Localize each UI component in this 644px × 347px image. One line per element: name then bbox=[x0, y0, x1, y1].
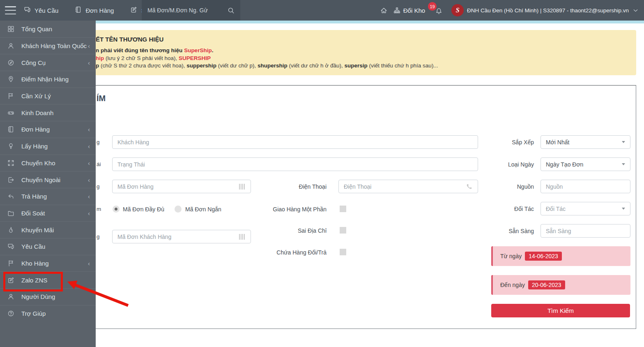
account-menu[interactable]: S ĐNH Cầu Đen (Hồ Chí Minh) | S320897 - … bbox=[451, 4, 639, 16]
chua-hang-doi-tra-checkbox[interactable] bbox=[340, 249, 346, 255]
caret-down-icon bbox=[622, 141, 625, 143]
sai-dia-chi-label: Sai Địa Chỉ bbox=[252, 227, 327, 234]
sidebar-item-label: Công Cụ bbox=[21, 59, 46, 66]
barcode-icon bbox=[239, 184, 246, 190]
chevron-left-icon: ‹ bbox=[88, 60, 90, 66]
sidebar-item-zalo-zns[interactable]: Zalo ZNS bbox=[0, 271, 96, 288]
caret-down-icon bbox=[622, 208, 625, 210]
giao-hang-mot-phan-label: Giao Hàng Một Phần bbox=[252, 206, 327, 213]
chevron-left-icon: ‹ bbox=[88, 143, 90, 149]
flag-icon bbox=[7, 93, 16, 99]
banner-line: n phải viết đúng tên thương hiệu SuperSh… bbox=[96, 47, 213, 53]
top-menu-don-hang[interactable]: Đơn Hàng bbox=[75, 6, 114, 14]
comments-icon bbox=[24, 6, 31, 14]
sidebar-item-can-xu-ly[interactable]: Cần Xử Lý bbox=[0, 88, 96, 104]
loai-ngay-label: Loại Ngày bbox=[486, 161, 534, 168]
den-ngay-datepicker[interactable]: Đến ngày 20-06-2023 bbox=[491, 275, 630, 295]
radio-ma-don-ngan-label[interactable]: Mã Đơn Ngắn bbox=[185, 206, 221, 213]
search-icon[interactable] bbox=[228, 7, 235, 14]
top-menu-yeu-cau[interactable]: Yêu Cầu bbox=[24, 6, 58, 14]
doi-kho-button[interactable]: Đổi Kho bbox=[393, 7, 425, 14]
topbar-search bbox=[142, 0, 240, 21]
sidebar-item-cong-cu[interactable]: Công Cụ‹ bbox=[0, 54, 96, 71]
sidebar-item-lay-hang[interactable]: Lấy Hàng‹ bbox=[0, 138, 96, 155]
sidebar-item-kinh-doanh[interactable]: Kinh Doanh bbox=[0, 104, 96, 121]
sidebar-item-label: Người Dùng bbox=[21, 293, 55, 300]
sidebar-item-diem-nhan-hang[interactable]: Điểm Nhận Hàng bbox=[0, 71, 96, 88]
khach-hang-input[interactable] bbox=[117, 139, 473, 146]
dien-thoai-label: Điện Thoại bbox=[268, 183, 327, 190]
edit-icon bbox=[130, 6, 137, 14]
nguon-label: Nguồn bbox=[486, 183, 534, 190]
barcode-icon bbox=[239, 234, 246, 240]
radio-ma-don-day-du[interactable] bbox=[113, 206, 120, 213]
dien-thoai-input[interactable] bbox=[344, 183, 466, 190]
chevron-left-icon: ‹ bbox=[88, 126, 90, 132]
sidebar-item-label: Trợ Giúp bbox=[21, 310, 46, 317]
sidebar-item-kho-hang[interactable]: Kho Hàng‹ bbox=[0, 255, 96, 272]
search-input[interactable] bbox=[147, 7, 228, 14]
sidebar-item-label: Tổng Quan bbox=[21, 25, 52, 32]
ma-don-hang-field[interactable] bbox=[112, 180, 251, 193]
sai-dia-chi-checkbox[interactable] bbox=[340, 227, 346, 234]
sign-out-icon bbox=[7, 176, 16, 183]
sidebar-item-khuyen-mai[interactable]: Khuyến Mãi bbox=[0, 221, 96, 238]
clipped-label: g bbox=[97, 234, 100, 240]
grid-icon bbox=[7, 25, 16, 32]
nguon-input[interactable] bbox=[546, 183, 625, 190]
ma-don-khach-hang-field[interactable] bbox=[112, 230, 251, 243]
doi-tac-select[interactable]: Đối Tác bbox=[540, 202, 630, 215]
gamepad-icon bbox=[7, 109, 16, 116]
sidebar-item-yeu-cau[interactable]: Yêu Cầu bbox=[0, 238, 96, 255]
panel-title: ÍM bbox=[97, 94, 106, 103]
topbar: Yêu CầuĐơn HàngSuperTek Đổi Kho 19 S ĐNH… bbox=[0, 0, 644, 21]
trang-thai-input[interactable] bbox=[117, 161, 473, 168]
tu-ngay-datepicker[interactable]: Từ ngày 14-06-2023 bbox=[491, 246, 630, 266]
avatar: S bbox=[451, 4, 464, 16]
sidebar-item-tra-hang[interactable]: Trả Hàng‹ bbox=[0, 188, 96, 205]
clipped-label: ái bbox=[97, 161, 101, 167]
tim-kiem-button[interactable]: Tìm Kiếm bbox=[491, 304, 630, 317]
radio-ma-don-day-du-label[interactable]: Mã Đơn Đầy Đủ bbox=[123, 206, 164, 213]
sidebar-item-chuyen-ngoai[interactable]: Chuyển Ngoài‹ bbox=[0, 171, 96, 188]
chevron-left-icon: ‹ bbox=[88, 193, 90, 199]
chevron-left-icon: ‹ bbox=[88, 177, 90, 183]
san-sang-input[interactable] bbox=[546, 228, 625, 234]
dien-thoai-field[interactable] bbox=[338, 180, 478, 193]
san-sang-field[interactable] bbox=[540, 224, 630, 238]
search-panel: ÍM gáigmg Điện Thoại Mã Đơn Đầy Đủ Mã Đơ… bbox=[96, 85, 636, 329]
topbar-right: Đổi Kho 19 S ĐNH Cầu Đen (Hồ Chí Minh) |… bbox=[380, 0, 639, 21]
tu-ngay-value-badge: 14-06-2023 bbox=[525, 252, 562, 261]
loai-ngay-select[interactable]: Ngày Tạo Đơn bbox=[540, 157, 630, 171]
sap-xep-select[interactable]: Mới Nhất bbox=[540, 135, 630, 149]
giao-hang-mot-phan-checkbox[interactable] bbox=[340, 206, 346, 212]
home-icon[interactable] bbox=[380, 7, 387, 14]
nguon-field[interactable] bbox=[540, 180, 630, 193]
chevron-left-icon: ‹ bbox=[88, 210, 90, 216]
top-menu-label: Đơn Hàng bbox=[85, 7, 114, 14]
sidebar-item-khach-hang-toan-quoc[interactable]: Khách Hàng Toàn Quốc‹ bbox=[0, 37, 96, 54]
khach-hang-field[interactable] bbox=[112, 135, 478, 149]
clipped-label: g bbox=[97, 139, 100, 145]
sidebar-item-tong-quan[interactable]: Tổng Quan bbox=[0, 21, 96, 37]
ma-don-hang-input[interactable] bbox=[117, 183, 239, 190]
chevron-left-icon: ‹ bbox=[88, 43, 90, 49]
sidebar-item-don-hang[interactable]: Đơn Hàng‹ bbox=[0, 121, 96, 138]
hamburger-menu-icon[interactable] bbox=[5, 6, 16, 14]
sidebar: Tổng QuanKhách Hàng Toàn Quốc‹Công Cụ‹Đi… bbox=[0, 21, 96, 347]
trang-thai-field[interactable] bbox=[112, 157, 478, 171]
chua-hang-doi-tra-label: Chứa Hàng Đổi/Trả bbox=[252, 249, 327, 256]
radio-ma-don-ngan[interactable] bbox=[175, 206, 182, 213]
notifications-button[interactable]: 19 bbox=[431, 3, 445, 18]
banner-line: ẾT TÊN THƯƠNG HIỆU bbox=[96, 36, 163, 43]
sidebar-item-doi-soat[interactable]: Đối Soát‹ bbox=[0, 205, 96, 222]
sidebar-item-tro-giup[interactable]: Trợ Giúp bbox=[0, 305, 96, 322]
ma-don-khach-hang-input[interactable] bbox=[117, 234, 239, 240]
chevron-left-icon: ‹ bbox=[88, 260, 90, 266]
sidebar-item-nguoi-dung[interactable]: Người Dùng bbox=[0, 288, 96, 305]
sidebar-item-chuyen-kho[interactable]: Chuyển Kho‹ bbox=[0, 155, 96, 171]
book-icon bbox=[75, 6, 82, 14]
question-icon bbox=[7, 310, 16, 317]
pennant-icon bbox=[7, 260, 16, 267]
sidebar-item-label: Điểm Nhận Hàng bbox=[21, 76, 69, 83]
